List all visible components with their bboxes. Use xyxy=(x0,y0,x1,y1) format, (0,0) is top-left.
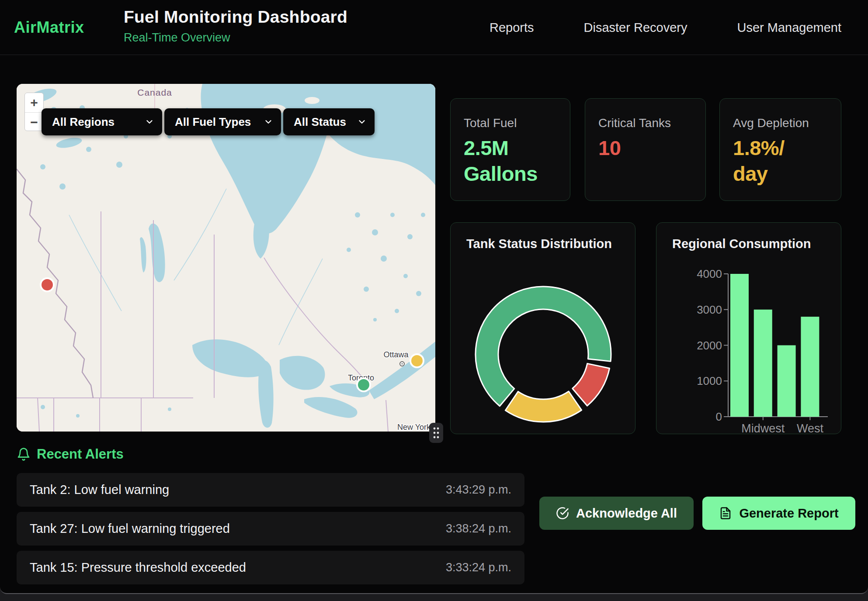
total-fuel-value-line1: 2.5M xyxy=(464,135,557,161)
zoom-in-button[interactable]: + xyxy=(25,93,43,112)
nav-item-disaster-recovery[interactable]: Disaster Recovery xyxy=(584,21,687,35)
main-nav: Reports Disaster Recovery User Managemen… xyxy=(490,0,841,55)
critical-tank-marker[interactable] xyxy=(41,278,54,291)
map-drag-handle[interactable] xyxy=(429,423,443,443)
country-label: Canada xyxy=(137,87,172,97)
tank-status-donut-chart xyxy=(451,223,636,435)
file-text-icon xyxy=(719,507,732,520)
app-logo: AirMatrix xyxy=(14,0,84,55)
generate-report-label: Generate Report xyxy=(739,506,838,521)
avg-depletion-value: 1.8%/ day xyxy=(733,135,828,187)
x-tick-label: West xyxy=(797,422,824,435)
region-filter-dropdown[interactable]: All Regions xyxy=(42,108,162,135)
total-fuel-label: Total Fuel xyxy=(464,116,557,130)
grip-dots-icon xyxy=(432,426,440,440)
fuel-type-filter-value: All Fuel Types xyxy=(175,115,251,129)
total-fuel-card: Total Fuel 2.5M Gallons xyxy=(450,98,570,201)
regional-consumption-card: Regional Consumption 01000200030004000Mi… xyxy=(656,222,841,434)
y-tick-label: 1000 xyxy=(697,374,722,387)
total-fuel-value-line2: Gallons xyxy=(464,161,557,187)
map-zoom-control: + − xyxy=(24,93,44,131)
alert-time: 3:38:24 p.m. xyxy=(446,522,511,535)
y-tick-label: 0 xyxy=(716,410,722,423)
new-york-label: New York xyxy=(397,423,431,432)
avg-depletion-card: Avg Depletion 1.8%/ day xyxy=(719,98,841,201)
alert-text: Tank 2: Low fuel warning xyxy=(30,483,169,497)
alert-text: Tank 27: Low fuel warning triggered xyxy=(30,522,230,536)
alert-text: Tank 15: Pressure threshold exceeded xyxy=(30,560,246,575)
chevron-down-icon xyxy=(145,117,154,127)
alert-row-3[interactable]: Tank 15: Pressure threshold exceeded 3:3… xyxy=(17,551,524,584)
fuel-type-filter-dropdown[interactable]: All Fuel Types xyxy=(164,108,281,135)
critical-tanks-value-line1: 10 xyxy=(598,135,692,161)
nav-item-reports[interactable]: Reports xyxy=(490,21,534,35)
ottawa-label: Ottawa xyxy=(383,350,409,359)
basemap: Canada Ottawa Toronto New York xyxy=(17,84,435,432)
avg-depletion-label: Avg Depletion xyxy=(733,116,828,130)
page-subtitle: Real-Time Overview xyxy=(124,31,347,45)
x-tick-label: Midwest xyxy=(741,422,785,435)
donut-segment-warning xyxy=(505,391,581,422)
critical-tanks-value: 10 xyxy=(598,135,692,161)
region-filter-value: All Regions xyxy=(52,115,115,129)
bar-region-1 xyxy=(754,310,772,417)
y-tick-label: 3000 xyxy=(697,303,722,316)
alerts-header: Recent Alerts xyxy=(17,446,124,462)
chevron-down-icon xyxy=(357,117,367,127)
bay-island-2 xyxy=(305,97,319,104)
ottawa-town-dot xyxy=(402,363,403,365)
y-tick-label: 4000 xyxy=(697,267,722,280)
page-title: Fuel Monitoring Dashboard xyxy=(124,7,347,27)
generate-report-button[interactable]: Generate Report xyxy=(702,497,855,530)
alert-time: 3:33:24 p.m. xyxy=(446,561,511,574)
avg-depletion-value-line2: day xyxy=(733,161,828,187)
header: AirMatrix Fuel Monitoring Dashboard Real… xyxy=(0,0,868,55)
status-filter-dropdown[interactable]: All Status xyxy=(283,108,375,135)
dashboard-window: AirMatrix Fuel Monitoring Dashboard Real… xyxy=(0,0,868,594)
bar-region-0 xyxy=(730,274,749,417)
status-filter-value: All Status xyxy=(294,115,346,129)
alert-row-2[interactable]: Tank 27: Low fuel warning triggered 3:38… xyxy=(17,512,524,546)
alert-time: 3:43:29 p.m. xyxy=(446,483,511,497)
nav-item-user-management[interactable]: User Management xyxy=(737,21,841,35)
regional-consumption-bar-chart: 01000200030004000MidwestWest xyxy=(656,223,842,435)
tank-status-distribution-card: Tank Status Distribution xyxy=(450,222,635,434)
bar-region-3 xyxy=(801,317,819,417)
critical-tanks-card: Critical Tanks 10 xyxy=(585,98,706,201)
bar-region-2 xyxy=(778,345,796,417)
warning-tank-marker[interactable] xyxy=(410,354,424,367)
alert-row-1[interactable]: Tank 2: Low fuel warning 3:43:29 p.m. xyxy=(17,473,524,507)
y-tick-label: 2000 xyxy=(697,339,722,352)
check-circle-icon xyxy=(556,507,569,520)
critical-tanks-label: Critical Tanks xyxy=(598,116,692,130)
avg-depletion-value-line1: 1.8%/ xyxy=(733,135,828,161)
alerts-title: Recent Alerts xyxy=(37,446,124,462)
zoom-out-button[interactable]: − xyxy=(25,112,43,131)
tank-map[interactable]: Canada Ottawa Toronto New York + − All R… xyxy=(17,84,435,432)
acknowledge-all-button[interactable]: Acknowledge All xyxy=(539,497,694,530)
title-block: Fuel Monitoring Dashboard Real-Time Over… xyxy=(124,7,347,45)
acknowledge-all-label: Acknowledge All xyxy=(576,506,677,521)
donut-segment-critical xyxy=(573,363,610,406)
chevron-down-icon xyxy=(264,117,273,127)
total-fuel-value: 2.5M Gallons xyxy=(464,135,557,187)
bell-icon xyxy=(17,447,31,461)
normal-tank-marker[interactable] xyxy=(357,378,370,391)
